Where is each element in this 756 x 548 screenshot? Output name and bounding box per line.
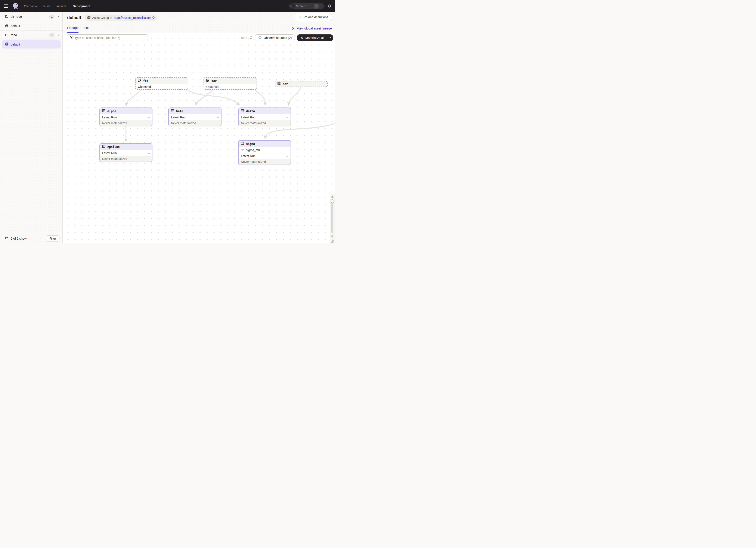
latest-run-value: –	[148, 116, 150, 119]
source-asset-node-baz[interactable]: baz	[275, 81, 328, 87]
count-badge: 1	[49, 33, 55, 37]
sparkle-icon	[300, 36, 303, 40]
observe-eye-icon	[258, 36, 262, 40]
edge-baz-delta	[289, 87, 301, 105]
source-asset-node-bar[interactable]: bar Observed –	[204, 77, 257, 90]
sidebar-item-label: repo	[11, 33, 17, 37]
view-global-lineage-link[interactable]: View global asset lineage	[292, 27, 332, 30]
repo-location-link[interactable]: repo@assets_reconciliation	[114, 16, 151, 19]
folder-icon	[5, 15, 9, 19]
source-asset-icon	[138, 79, 141, 83]
asset-name: alpha	[107, 109, 116, 113]
latest-run-label: Latest Run	[171, 116, 186, 119]
main-content: default Asset Group in repo@assets_recon…	[63, 12, 335, 243]
materialization-status: Never materialized	[100, 156, 152, 162]
latest-run-value: –	[148, 151, 150, 155]
asset-subset-input[interactable]	[75, 36, 146, 40]
tab-list[interactable]: List	[84, 26, 89, 33]
latest-run-value: –	[286, 154, 288, 158]
zoom-out-icon[interactable]	[331, 234, 334, 238]
asset-group-icon	[5, 24, 9, 28]
edge-bar-delta	[255, 90, 265, 105]
refresh-icon[interactable]	[152, 16, 155, 19]
lineage-canvas[interactable]: 0:18 Observe sources (2) Materialize all	[63, 33, 335, 243]
source-asset-icon	[206, 79, 210, 83]
folder-icon	[5, 33, 9, 37]
asset-table-icon	[171, 109, 174, 113]
materialize-dropdown-caret[interactable]	[327, 34, 333, 41]
asset-group-icon	[5, 42, 9, 46]
asset-check-label: sigma_tau	[246, 148, 260, 152]
zoom-controls	[330, 194, 335, 243]
asset-table-icon	[102, 109, 105, 113]
asset-check-row[interactable]: sigma_tau	[239, 147, 291, 153]
sidebar-item-alt-repo[interactable]: alt_repo 1	[0, 12, 62, 21]
asset-node-delta[interactable]: delta Latest Run – Never materialized	[238, 108, 291, 126]
asset-table-icon	[241, 142, 244, 146]
asset-node-epsilon[interactable]: epsilon Latest Run – Never materialized	[99, 143, 152, 162]
filter-button[interactable]: Filter	[46, 235, 59, 242]
lineage-edges	[63, 33, 335, 243]
reload-definitions-label: Reload definitions	[304, 15, 328, 19]
asset-name: beta	[176, 109, 183, 113]
zoom-slider-track[interactable]	[331, 200, 333, 233]
source-asset-icon	[277, 82, 281, 86]
dagster-logo[interactable]	[12, 2, 20, 10]
observed-label: Observed	[138, 85, 151, 89]
sidebar-item-default-selected[interactable]: default	[2, 40, 61, 49]
latest-run-value: –	[217, 116, 219, 119]
asset-node-alpha[interactable]: alpha Latest Run – Never materialized	[99, 108, 152, 126]
zoom-slider[interactable]	[331, 200, 333, 233]
group-context-label: Asset Group in	[92, 16, 112, 19]
materialize-all-button[interactable]: Materialize all	[297, 34, 333, 41]
materialization-status: Never materialized	[169, 120, 221, 126]
latest-run-label: Latest Run	[241, 154, 255, 158]
zoom-in-icon[interactable]	[331, 195, 334, 199]
global-search[interactable]: /	[288, 3, 324, 9]
observed-value: –	[252, 85, 254, 89]
asset-node-sigma[interactable]: sigma sigma_tau Latest Run – Never mater…	[238, 140, 291, 165]
asset-group-icon	[87, 16, 91, 20]
zoom-slider-knob[interactable]	[331, 200, 334, 203]
asset-table-icon	[241, 109, 244, 113]
asset-subset-filter[interactable]	[67, 34, 148, 41]
latest-run-label: Latest Run	[102, 151, 117, 155]
asset-group-header: default Asset Group in repo@assets_recon…	[63, 12, 335, 33]
canvas-actions: 0:18 Observe sources (2) Materialize all	[241, 34, 333, 41]
asset-group-pill: Asset Group in repo@assets_reconciliatio…	[85, 15, 158, 21]
observe-sources-button[interactable]: Observe sources (2)	[255, 34, 295, 41]
top-nav: Overview Runs Assets Deployment / ⚙	[0, 0, 335, 12]
chevron-down-icon[interactable]	[58, 33, 59, 37]
sidebar-item-default-alt[interactable]: default	[0, 21, 62, 31]
source-asset-node-foo[interactable]: foo Observed –	[135, 77, 188, 90]
sidebar-item-repo[interactable]: repo 1	[0, 31, 62, 40]
shown-count-label: 2 of 2 shown	[11, 237, 28, 240]
gear-icon[interactable]: ⚙	[328, 4, 331, 8]
nav-item-assets[interactable]: Assets	[57, 4, 66, 8]
page-title: default	[67, 15, 81, 20]
chevron-down-icon[interactable]	[58, 15, 59, 18]
refresh-timer: 0:18	[241, 36, 247, 40]
sidebar-footer: 2 of 2 shown Filter	[0, 234, 62, 243]
nav-item-overview[interactable]: Overview	[24, 4, 37, 8]
tab-lineage[interactable]: Lineage	[67, 26, 78, 33]
latest-run-label: Latest Run	[241, 116, 255, 119]
refresh-icon[interactable]	[250, 36, 253, 39]
nav-item-runs[interactable]: Runs	[43, 4, 50, 8]
asset-name: foo	[143, 79, 148, 83]
recenter-icon[interactable]	[331, 240, 334, 243]
sidebar-item-label: default	[11, 43, 20, 46]
edge-bar-beta	[195, 90, 213, 105]
chevron-down-icon	[329, 37, 331, 39]
count-badge: 1	[49, 15, 55, 19]
hamburger-menu-icon[interactable]	[1, 1, 11, 11]
materialization-status: Never materialized	[100, 120, 152, 126]
search-input[interactable]	[295, 4, 314, 8]
reload-definitions-button[interactable]: Reload definitions	[295, 13, 332, 21]
materialization-status: Never materialized	[239, 159, 291, 165]
asset-node-beta[interactable]: beta Latest Run – Never materialized	[168, 108, 221, 126]
sidebar-item-label: alt_repo	[11, 15, 22, 18]
nav-item-deployment[interactable]: Deployment	[73, 4, 90, 8]
materialize-all-label: Materialize all	[305, 36, 324, 40]
latest-run-value: –	[286, 116, 288, 119]
